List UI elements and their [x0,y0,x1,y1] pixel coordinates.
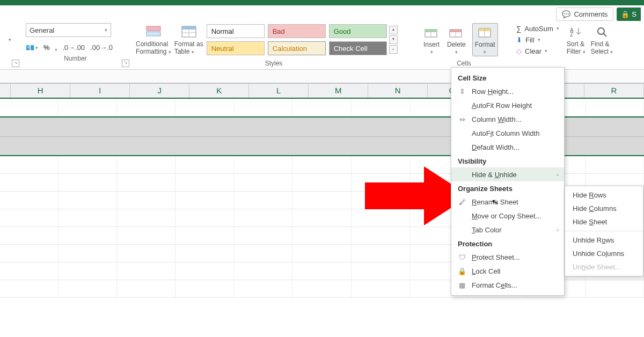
chevron-right-icon: › [557,171,559,178]
number-format-value: General [30,26,54,34]
clear-button[interactable]: ◇Clear ▾ [516,47,559,55]
conditional-formatting-icon [144,24,163,39]
submenu-hide-sheet[interactable]: Hide Sheet [565,215,643,229]
sigma-icon: ∑ [516,25,521,33]
col-header[interactable]: R [584,84,644,98]
cell-styles-gallery[interactable]: Normal Bad Good Neutral Calculation Chec… [207,24,387,55]
conditional-formatting-label: ConditionalFormatting ▾ [136,40,171,55]
svg-line-18 [603,33,606,36]
format-as-table-button[interactable]: Format asTable ▾ [174,24,203,55]
submenu-unhide-sheet: Unhide Sheet... [565,260,643,274]
submenu-hide-rows[interactable]: Hide Rows [565,188,643,202]
group-label-number: Number [26,52,125,62]
style-normal[interactable]: Normal [207,24,265,38]
group-label-cells: Cells [422,56,506,67]
menu-tab-color[interactable]: Tab Color› [451,223,564,237]
format-as-table-label: Format asTable ▾ [174,40,203,55]
submenu-unhide-rows[interactable]: Unhide Rows [565,233,643,247]
col-header[interactable]: M [309,84,368,98]
delete-cells-icon [447,25,465,40]
menu-default-width[interactable]: Default Width... [451,140,564,154]
fill-button[interactable]: ⬇Fill ▾ [516,36,559,44]
rename-icon: 🖉 [458,197,466,206]
format-dropdown-menu: Cell Size ⇕Row Height... AutoFit Row Hei… [451,67,565,296]
group-cells: Insert▾ Delete▾ Format▾ Cells [417,22,511,69]
title-bar-strip [0,0,644,5]
sort-filter-icon: AZ [567,24,585,39]
sort-filter-button[interactable]: AZ Sort &Filter ▾ [567,24,586,55]
menu-autofit-row[interactable]: AutoFit Row Height [451,98,564,112]
conditional-formatting-button[interactable]: ConditionalFormatting ▾ [136,24,171,55]
row-height-icon: ⇕ [458,87,466,96]
col-header[interactable]: H [11,84,70,98]
format-cells-dialog-icon: ▦ [458,281,466,289]
col-header[interactable]: N [368,84,428,98]
styles-scroll-up[interactable]: ▴ [389,26,398,34]
decrease-decimal-icon[interactable]: .00→.0 [90,43,113,52]
fill-down-icon: ⬇ [516,36,522,44]
number-format-select[interactable]: General ▾ [26,23,111,37]
insert-cells-icon [422,25,441,40]
eraser-icon: ◇ [516,47,522,55]
styles-scroll-down[interactable]: ▾ [389,35,398,44]
style-bad[interactable]: Bad [268,24,326,38]
col-header[interactable]: J [130,84,189,98]
menu-format-cells[interactable]: ▦Format Cells... [451,278,564,292]
autosum-button[interactable]: ∑AutoSum ▾ [516,25,559,33]
number-dialog-launcher[interactable]: ↘ [122,60,129,67]
menu-heading-visibility: Visibility [451,154,564,167]
share-label: S [632,10,636,18]
col-header[interactable]: L [249,84,309,98]
format-as-table-icon [180,24,198,39]
group-styles: ConditionalFormatting ▾ Format asTable ▾… [130,22,417,69]
find-select-button[interactable]: Find &Select ▾ [591,24,613,55]
comma-style-icon[interactable]: , [55,43,57,52]
share-icon: 🔒 [621,10,630,18]
menu-heading-cell-size: Cell Size [451,71,564,84]
comments-label: Comments [574,10,608,18]
menu-move-copy[interactable]: Move or Copy Sheet... [451,209,564,223]
style-calculation[interactable]: Calculation [268,41,326,55]
hide-unhide-submenu: Hide Rows Hide Columns Hide Sheet Unhide… [565,186,643,276]
lock-icon: 🔒 [458,267,466,275]
col-header[interactable]: I [70,84,130,98]
col-header[interactable]: K [189,84,249,98]
format-cells-icon [476,25,494,40]
style-check-cell[interactable]: Check Cell [329,41,387,55]
menu-autofit-col[interactable]: AutoFit Column Width [451,126,564,140]
menu-row-height[interactable]: ⇕Row Height... [451,84,564,98]
menu-protect-sheet[interactable]: 🛡Protect Sheet... [451,250,564,264]
accounting-format-icon[interactable]: 💶▾ [26,43,38,52]
submenu-hide-columns[interactable]: Hide Columns [565,202,643,215]
col-width-icon: ⇔ [458,115,466,123]
format-button[interactable]: Format▾ [472,23,498,56]
insert-button[interactable]: Insert▾ [422,25,441,55]
svg-rect-0 [147,26,160,31]
chevron-right-icon: › [557,226,559,233]
ribbon: ▾ ↘ General ▾ 💶▾ % , .0→.00 .00→.0 Numbe… [0,21,644,70]
share-button[interactable]: 🔒 S [617,8,641,21]
dialog-launcher[interactable]: ↘ [12,60,19,67]
menu-heading-protection: Protection [451,237,564,250]
find-select-icon [593,24,611,39]
group-editing: ∑AutoSum ▾ ⬇Fill ▾ ◇Clear ▾ AZ Sort &Fil… [511,22,640,69]
protect-icon: 🛡 [458,253,466,261]
style-good[interactable]: Good [329,24,387,38]
chevron-down-icon: ▾ [105,27,107,33]
comments-button[interactable]: 💬 Comments [556,8,613,21]
menu-hide-unhide[interactable]: Hide & Unhide› [451,167,564,181]
title-row: 💬 Comments 🔒 S [0,5,644,21]
menu-column-width[interactable]: ⇔Column Width... [451,112,564,126]
percent-style-icon[interactable]: % [43,43,50,52]
svg-text:Z: Z [570,32,573,38]
group-label-styles: Styles [136,56,412,67]
menu-rename-sheet[interactable]: 🖉Rename Sheet [451,195,564,209]
comment-icon: 💬 [562,10,570,18]
styles-expand[interactable]: ⌄ [389,45,398,54]
delete-button[interactable]: Delete▾ [447,25,466,55]
style-neutral[interactable]: Neutral [207,41,265,55]
ribbon-overflow-icon[interactable]: ▾ [9,37,11,42]
menu-lock-cell[interactable]: 🔒Lock Cell [451,264,564,278]
submenu-unhide-columns[interactable]: Unhide Columns [565,247,643,260]
increase-decimal-icon[interactable]: .0→.00 [62,43,85,52]
